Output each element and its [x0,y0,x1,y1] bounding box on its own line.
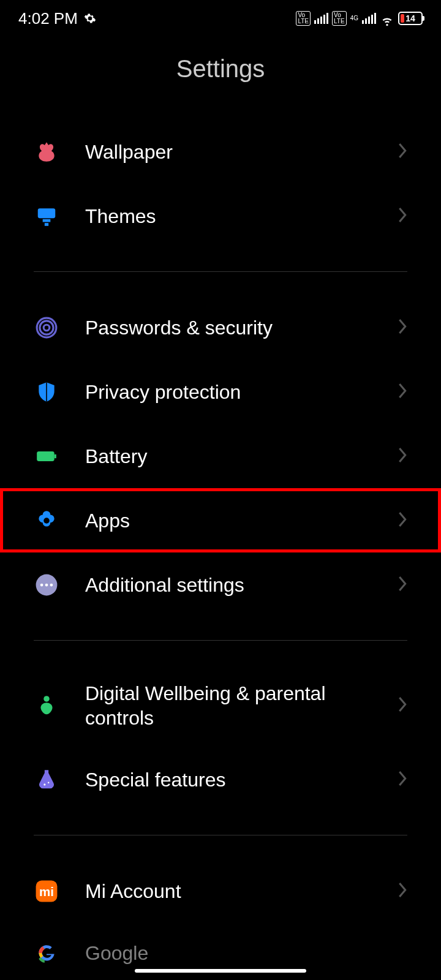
svg-point-8 [43,518,50,524]
svg-rect-1 [43,219,51,222]
settings-label: Apps [85,508,398,533]
status-time: 4:02 PM [18,9,78,28]
settings-item-themes[interactable]: Themes [0,184,441,248]
volte-icon-2: VoLTE [332,11,347,26]
divider [34,835,407,835]
chevron-right-icon [398,382,407,402]
settings-label: Google [85,941,407,965]
svg-point-13 [43,696,50,702]
mi-icon: mi [34,878,59,904]
settings-label: Additional settings [85,573,398,597]
settings-label: Special features [85,767,398,792]
google-icon [34,940,59,966]
settings-label: Digital Wellbeing & parental controls [85,681,398,730]
settings-label: Wallpaper [85,140,398,164]
settings-label: Privacy protection [85,380,398,404]
apps-icon [34,508,59,533]
svg-rect-6 [37,451,54,461]
themes-icon [34,203,59,229]
divider [34,640,407,641]
settings-item-privacy[interactable]: Privacy protection [0,360,441,424]
chevron-right-icon [398,142,407,162]
settings-item-google[interactable]: Google [0,923,441,966]
settings-item-additional[interactable]: Additional settings [0,552,441,617]
settings-label: Battery [85,444,398,469]
chevron-right-icon [398,770,407,790]
svg-point-4 [40,320,53,334]
svg-point-15 [48,782,50,783]
svg-text:mi: mi [39,884,54,898]
settings-label: Themes [85,204,398,228]
chevron-right-icon [398,881,407,901]
battery-icon: 14 [398,12,423,25]
svg-point-12 [50,583,53,586]
divider [34,271,407,272]
gear-icon [84,12,96,24]
settings-item-passwords[interactable]: Passwords & security [0,295,441,360]
chevron-right-icon [398,318,407,337]
settings-label: Mi Account [85,879,398,903]
svg-point-10 [40,583,43,586]
chevron-right-icon [398,447,407,466]
network-label: 4G [350,15,358,21]
chevron-right-icon [398,575,407,595]
signal-icon [314,13,328,24]
svg-rect-2 [45,223,48,226]
volte-icon: VoLTE [296,11,311,26]
battery-icon [34,443,59,469]
settings-label: Passwords & security [85,315,398,340]
svg-point-14 [43,783,45,785]
wellbeing-icon [34,693,59,718]
more-icon [34,572,59,598]
home-indicator[interactable] [135,969,306,973]
shield-icon [34,379,59,405]
svg-point-11 [45,583,48,586]
settings-item-battery[interactable]: Battery [0,424,441,488]
status-left: 4:02 PM [18,9,96,28]
wifi-icon [380,12,394,24]
fingerprint-icon [34,315,59,341]
battery-level: 14 [405,13,415,23]
settings-item-special-features[interactable]: Special features [0,747,441,812]
chevron-right-icon [398,511,407,530]
settings-item-mi-account[interactable]: mi Mi Account [0,859,441,923]
status-right: VoLTE VoLTE 4G 14 [296,11,423,26]
chevron-right-icon [398,206,407,226]
page-title: Settings [0,37,441,119]
flask-icon [34,767,59,793]
svg-rect-0 [38,208,56,218]
svg-point-3 [43,325,50,331]
settings-item-wallpaper[interactable]: Wallpaper [0,119,441,184]
wallpaper-icon [34,139,59,165]
settings-list: Wallpaper Themes Passwords & security Pr… [0,119,441,966]
status-bar: 4:02 PM VoLTE VoLTE 4G 14 [0,0,441,37]
settings-item-apps[interactable]: Apps [0,488,441,552]
svg-rect-7 [55,454,56,458]
signal-icon-2 [362,13,376,24]
settings-item-digital-wellbeing[interactable]: Digital Wellbeing & parental controls [0,664,441,747]
chevron-right-icon [398,696,407,715]
